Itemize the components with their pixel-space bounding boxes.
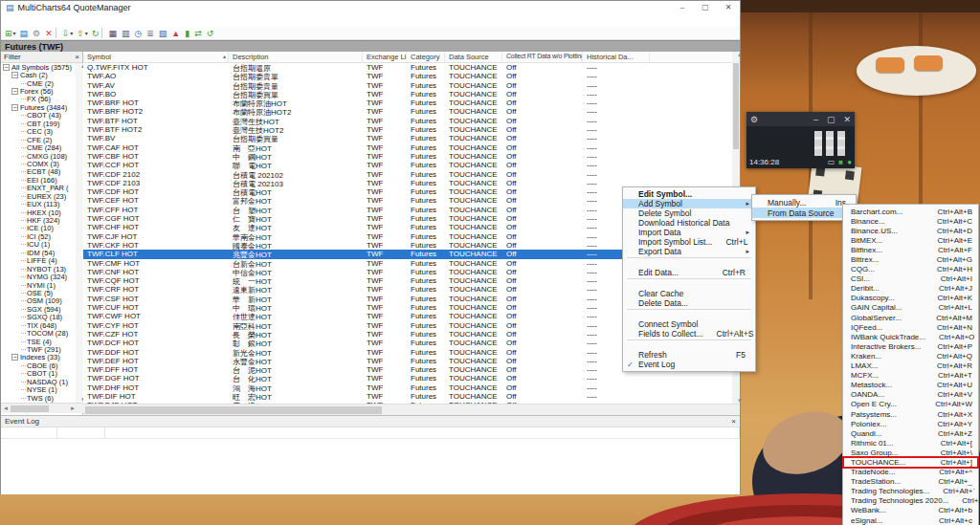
- table-row[interactable]: TWF.BO 台指期委買單 TWF Futures TOUCHANCE Off …: [83, 90, 732, 98]
- context-menu-item[interactable]: [627, 339, 751, 349]
- data-source-menu-item[interactable]: Bittrex... Ctrl+Alt+G: [843, 254, 978, 264]
- toolbar-button[interactable]: ⊞ ▾: [3, 28, 18, 39]
- table-row[interactable]: TWF.DHF HOT 鴻 海HOT TWF Futures TOUCHANCE…: [83, 383, 732, 392]
- collapse-icon[interactable]: −: [11, 354, 18, 361]
- scroll-left-icon[interactable]: ◄: [3, 405, 9, 411]
- column-header[interactable]: Exchange Lis...: [363, 52, 407, 62]
- event-log-column-header[interactable]: [1, 427, 57, 438]
- toolbar-button[interactable]: ✕: [43, 28, 56, 39]
- table-horizontal-scrollbar[interactable]: [83, 404, 740, 415]
- scrollbar-thumb[interactable]: [85, 406, 382, 414]
- toolbar-button[interactable]: ⇧ ▾: [75, 28, 90, 39]
- table-row[interactable]: TWF.BTF HOT2 臺灣生技HOT2 TWF Futures TOUCHA…: [83, 125, 732, 134]
- data-source-menu-item[interactable]: BitMEX... Ctrl+Alt+E: [843, 235, 978, 245]
- data-source-menu-item[interactable]: Binance.US... Ctrl+Alt+D: [843, 226, 978, 235]
- toolbar-button[interactable]: ▤: [18, 28, 32, 39]
- minimize-button[interactable]: –: [671, 1, 694, 14]
- table-row[interactable]: TWF.CAF HOT 南 亞HOT TWF Futures TOUCHANCE…: [83, 143, 732, 152]
- data-source-menu-item[interactable]: GlobalServer... Ctrl+Alt+M: [843, 313, 978, 322]
- data-source-menu-item[interactable]: CSI... Ctrl+Alt+I: [843, 274, 978, 284]
- context-menu-item[interactable]: Clear Cache: [623, 289, 755, 298]
- tree-item[interactable]: TWS (6): [1, 394, 76, 402]
- toolbar-button[interactable]: ▦: [106, 28, 120, 39]
- submenu-item[interactable]: From Data Source ▸: [752, 208, 856, 218]
- close-icon[interactable]: ×: [75, 53, 79, 61]
- table-row[interactable]: TWF.DGF HOT 台 化HOT TWF Futures TOUCHANCE…: [83, 374, 732, 383]
- collapse-icon[interactable]: −: [3, 64, 10, 71]
- data-source-menu-item[interactable]: Trading Technologies... Ctrl+Alt+`: [843, 487, 978, 496]
- close-icon[interactable]: ×: [731, 417, 736, 426]
- table-row[interactable]: TWF.BRF HOT 布蘭特原油HOT TWF Futures TOUCHAN…: [83, 98, 732, 107]
- scroll-right-icon[interactable]: ►: [70, 405, 76, 411]
- context-menu-item[interactable]: Refresh F5: [623, 350, 755, 360]
- data-source-menu-item[interactable]: Rithmic 01... Ctrl+Alt+[: [843, 438, 978, 448]
- gear-icon[interactable]: ⚙: [750, 115, 758, 124]
- data-source-menu-item[interactable]: Trading Technologies 2020... Ctrl+Alt+a: [843, 496, 978, 506]
- context-menu-item[interactable]: Download Historical Data: [623, 218, 755, 228]
- toolbar-button[interactable]: ⚙: [31, 28, 43, 39]
- table-row[interactable]: TWF.BTF HOT 臺灣生技HOT TWF Futures TOUCHANC…: [83, 117, 732, 125]
- data-source-menu-item[interactable]: WeBank... Ctrl+Alt+b: [843, 506, 978, 515]
- close-icon[interactable]: ✕: [843, 115, 851, 124]
- scrollbar-thumb[interactable]: [733, 63, 739, 149]
- table-row[interactable]: TWF.AV 台指期委賣量 TWF Futures TOUCHANCE Off …: [83, 81, 732, 90]
- toolbar-button[interactable]: ≣: [145, 28, 157, 39]
- data-source-menu-item[interactable]: Binance... Ctrl+Alt+C: [843, 216, 978, 226]
- toolbar-button[interactable]: ▥: [120, 28, 133, 39]
- data-source-menu-item[interactable]: MCFX... Ctrl+Alt+T: [843, 371, 978, 381]
- maximize-icon[interactable]: ▢: [827, 115, 835, 124]
- data-source-menu-item[interactable]: Saxo Group... Ctrl+Alt+\: [843, 448, 978, 457]
- column-header[interactable]: Collect RT Data w/o Plotting: [502, 52, 583, 62]
- context-menu-item[interactable]: Connect Symbol: [623, 319, 755, 329]
- data-source-menu-item[interactable]: Kraken... Ctrl+Alt+Q: [843, 351, 978, 361]
- toolbar-button[interactable]: ▲: [169, 28, 183, 39]
- context-menu-item[interactable]: Add Symbol ▸: [623, 199, 755, 208]
- data-source-menu-item[interactable]: LMAX... Ctrl+Alt+R: [843, 361, 978, 371]
- maximize-button[interactable]: ▢: [694, 1, 717, 14]
- table-row[interactable]: TWF.CDF 2102 台積電 202102 TWF Futures TOUC…: [83, 170, 732, 179]
- context-menu-item[interactable]: Edit Data... Ctrl+R: [623, 268, 755, 277]
- data-source-menu-item[interactable]: OANDA... Ctrl+Alt+V: [843, 390, 978, 400]
- column-header[interactable]: Historical Da...: [583, 52, 650, 62]
- toolbar-button[interactable]: ▧: [157, 28, 170, 39]
- data-source-menu-item[interactable]: TradeStation... Ctrl+Alt+_: [843, 477, 978, 487]
- data-source-menu-item[interactable]: TradeNode... Ctrl+Alt+^: [843, 468, 978, 477]
- table-row[interactable]: TWF.BV 台指期委買量 TWF Futures TOUCHANCE Off …: [83, 134, 732, 142]
- data-source-menu-item[interactable]: Interactive Brokers... Ctrl+Alt+P: [843, 341, 978, 351]
- data-source-menu-item[interactable]: eSignal... Ctrl+Alt+c: [843, 515, 978, 525]
- column-header[interactable]: Description: [229, 52, 363, 62]
- table-row[interactable]: TWF.CCF HOT 聯 電HOT TWF Futures TOUCHANCE…: [83, 161, 732, 169]
- event-log-column-header[interactable]: [105, 427, 740, 438]
- toolbar-button[interactable]: ◷: [132, 28, 145, 39]
- stop-icon[interactable]: ■: [838, 158, 843, 166]
- toolbar-button[interactable]: ⇄: [192, 28, 205, 39]
- monitor-icon[interactable]: ▭: [828, 158, 835, 166]
- collapse-icon[interactable]: −: [11, 72, 18, 78]
- column-header[interactable]: Data Source: [445, 52, 502, 62]
- context-menu-item[interactable]: Delete Symbol: [623, 208, 755, 218]
- tree-horizontal-scrollbar[interactable]: ◄ ►: [1, 403, 83, 413]
- event-log-column-header[interactable]: [57, 427, 105, 438]
- context-menu-item[interactable]: [627, 257, 751, 267]
- data-source-menu-item[interactable]: Open E Cry... Ctrl+Alt+W: [843, 400, 978, 409]
- context-menu-item[interactable]: ✓ Event Log: [623, 360, 755, 369]
- context-menu-item[interactable]: Import Symbol List... Ctrl+L: [623, 237, 755, 247]
- dropdown-caret-icon[interactable]: ▾: [70, 30, 73, 36]
- data-source-menu-item[interactable]: Patsystems... Ctrl+Alt+X: [843, 409, 978, 419]
- toolbar-button[interactable]: ⇩ ▾: [60, 28, 76, 39]
- data-source-menu-item[interactable]: Deribit... Ctrl+Alt+J: [843, 284, 978, 294]
- data-source-menu-item[interactable]: Bitfinex... Ctrl+Alt+F: [843, 245, 978, 254]
- column-header[interactable]: Symbol ▴: [83, 52, 229, 62]
- data-source-menu-item[interactable]: Quandl... Ctrl+Alt+Z: [843, 428, 978, 438]
- toolbar-button[interactable]: ↺: [205, 28, 217, 39]
- tree-vertical-scrollbar[interactable]: ▲ ▼: [76, 63, 83, 403]
- close-button[interactable]: ✕: [717, 1, 740, 14]
- context-menu-item[interactable]: [627, 278, 751, 288]
- context-menu-item[interactable]: Export Data ▸: [623, 247, 755, 256]
- table-row[interactable]: Q.TWF.FITX HOT 台指期還原 TWF Futures TOUCHAN…: [83, 63, 732, 72]
- scroll-up-icon[interactable]: ▲: [736, 52, 744, 57]
- submenu-item[interactable]: Manually... Ins: [752, 197, 856, 208]
- data-source-menu-item[interactable]: Dukascopy... Ctrl+Alt+K: [843, 294, 978, 303]
- context-menu-item[interactable]: Delete Data...: [623, 298, 755, 308]
- table-row[interactable]: TWF.AO 台指期委賣單 TWF Futures TOUCHANCE Off …: [83, 72, 732, 80]
